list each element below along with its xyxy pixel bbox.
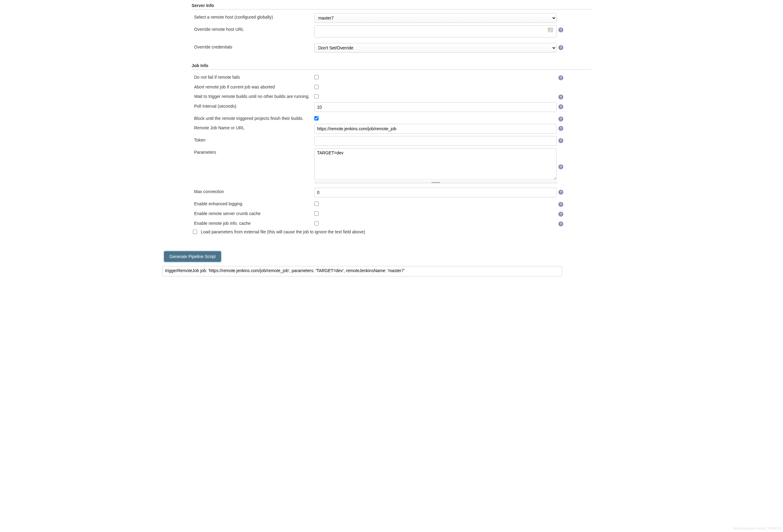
label-override-credentials: Override credentials (194, 43, 314, 50)
checkbox-load-external[interactable] (193, 230, 197, 234)
remote-job-name-input[interactable] (314, 124, 557, 134)
row-abort-remote: Abort remote job if current job was abor… (194, 82, 591, 92)
label-poll-interval: Poll Interval (seconds) (194, 102, 314, 109)
row-do-not-fail: Do not fail if remote fails ? (194, 72, 591, 82)
label-do-not-fail: Do not fail if remote fails (194, 73, 314, 80)
row-max-connection: Max connection ? (194, 187, 591, 199)
row-token: Token ? (194, 135, 591, 147)
row-poll-interval: Poll Interval (seconds) ? (194, 101, 591, 113)
label-wait-trigger: Wait to trigger remote builds until no o… (194, 93, 314, 100)
row-override-credentials: Override credentials Don't Set/Override … (194, 39, 591, 54)
help-icon[interactable]: ? (558, 117, 563, 122)
checkbox-job-info-cache[interactable] (314, 221, 319, 226)
row-load-external: Load parameters from external file (this… (192, 228, 591, 234)
pipeline-script-output[interactable]: triggerRemoteJob job: 'https://remote.je… (162, 266, 562, 276)
row-wait-trigger: Wait to trigger remote builds until no o… (194, 91, 591, 101)
row-crumb-cache: Enable remote server crumb cache ? (194, 208, 591, 218)
label-load-external: Load parameters from external file (this… (201, 229, 365, 234)
poll-interval-input[interactable] (314, 102, 557, 112)
checkbox-do-not-fail[interactable] (314, 75, 319, 79)
help-icon[interactable]: ? (558, 138, 563, 143)
section-title-job-info: Job Info (192, 63, 591, 68)
help-icon[interactable]: ? (558, 75, 563, 80)
row-remote-job-name: Remote Job Name or URL ? (194, 123, 591, 135)
label-abort-remote: Abort remote job if current job was abor… (194, 83, 314, 90)
row-job-info-cache: Enable remote job info. cache ? (194, 218, 591, 228)
row-parameters: Parameters TARGET=dev ? (194, 147, 591, 185)
help-icon[interactable]: ? (558, 104, 563, 109)
label-enhanced-logging: Enable enhanced logging (194, 200, 314, 207)
help-icon[interactable]: ? (558, 126, 563, 131)
help-icon[interactable]: ? (558, 222, 563, 226)
help-icon[interactable]: ? (558, 190, 563, 195)
label-crumb-cache: Enable remote server crumb cache (194, 209, 314, 217)
help-icon[interactable]: ? (558, 95, 563, 99)
label-block-until: Block until the remote triggered project… (194, 114, 314, 122)
max-connection-input[interactable] (314, 188, 557, 197)
help-icon[interactable]: ? (558, 202, 563, 207)
checkbox-crumb-cache[interactable] (314, 211, 319, 216)
label-select-host: Select a remote host (configured globall… (194, 13, 314, 21)
section-divider (192, 69, 591, 70)
generate-pipeline-script-button[interactable]: Generate Pipeline Script (164, 252, 221, 262)
label-override-url: Override remote host URL (194, 25, 314, 33)
help-icon[interactable]: ? (558, 28, 563, 32)
checkbox-abort-remote[interactable] (314, 85, 319, 89)
row-select-host: Select a remote host (configured globall… (194, 12, 591, 24)
help-icon[interactable]: ? (558, 164, 563, 169)
checkbox-enhanced-logging[interactable] (314, 202, 319, 206)
label-remote-job-name: Remote Job Name or URL (194, 124, 314, 131)
token-input[interactable] (314, 136, 557, 146)
checkbox-block-until[interactable] (314, 116, 319, 121)
row-block-until: Block until the remote triggered project… (194, 113, 591, 123)
row-enhanced-logging: Enable enhanced logging ? (194, 199, 591, 208)
help-icon[interactable]: ? (558, 45, 563, 50)
section-divider (192, 9, 591, 9)
help-icon[interactable]: ? (558, 212, 563, 217)
label-token: Token (194, 136, 314, 143)
override-url-input[interactable] (314, 25, 557, 37)
checkbox-wait-trigger[interactable] (314, 94, 319, 99)
section-title-server-info: Server Info (192, 3, 591, 8)
select-override-credentials[interactable]: Don't Set/Override (314, 43, 557, 53)
label-max-connection: Max connection (194, 188, 314, 195)
select-remote-host[interactable]: master7 (314, 13, 557, 23)
resize-handle[interactable] (314, 182, 557, 183)
label-parameters: Parameters (194, 148, 314, 156)
label-job-info-cache: Enable remote job info. cache (194, 219, 314, 227)
row-override-url: Override remote host URL ? (194, 24, 591, 39)
parameters-textarea[interactable]: TARGET=dev (314, 148, 557, 180)
